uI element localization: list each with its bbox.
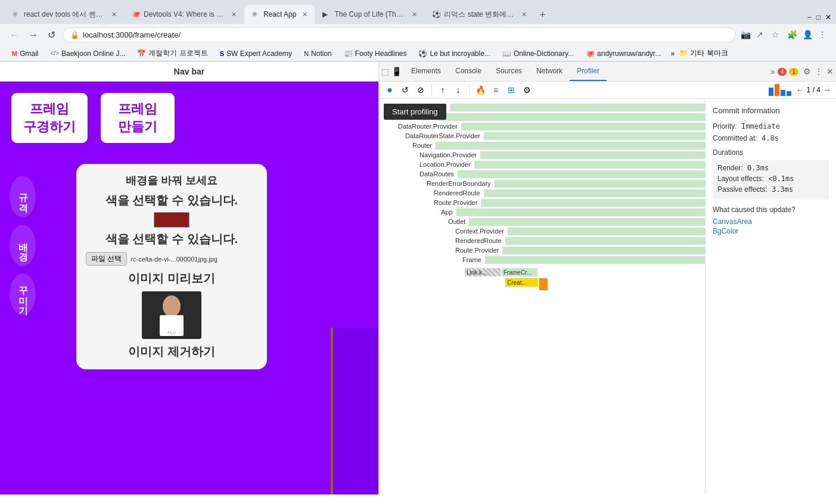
- framecr-bar[interactable]: FrameCr...: [502, 268, 537, 276]
- cause-bgcolor[interactable]: BgColor: [713, 227, 829, 235]
- tree-row-6: Location.Provider: [384, 160, 705, 169]
- devtools: ⬚ 📱 Elements Console Sources Network Pro…: [378, 62, 836, 494]
- close-window-button[interactable]: ✕: [825, 13, 831, 21]
- color-swatch[interactable]: [154, 212, 189, 228]
- bookmark-gmail[interactable]: M Gmail: [7, 48, 43, 59]
- export-button[interactable]: ↓: [452, 84, 464, 96]
- settings-panel: 배경을 바꿔 보세요 색을 선택할 수 있습니다. 색을 선택할 수 있습니다.…: [76, 164, 267, 369]
- tab-elements[interactable]: Elements: [404, 62, 448, 81]
- cast-icon[interactable]: 📷: [741, 30, 751, 41]
- tab-2[interactable]: 🐙 Devtools V4: Where is Highlic ✕: [125, 5, 244, 24]
- more-tabs-icon[interactable]: »: [770, 67, 775, 76]
- commit-panel: Commit information Priority: Immediate C…: [705, 99, 836, 494]
- file-select-button[interactable]: 파일 선택: [86, 252, 127, 266]
- maximize-button[interactable]: □: [816, 13, 821, 21]
- flame-bar-11[interactable]: [456, 209, 705, 216]
- tab-console[interactable]: Console: [448, 62, 489, 81]
- side-label-gyugyeok: 규격: [10, 176, 36, 217]
- import-button[interactable]: ↑: [437, 84, 449, 96]
- footy-favicon: 📰: [344, 49, 353, 58]
- flame-bar-12[interactable]: [469, 218, 705, 226]
- warn-badge: 1: [789, 68, 798, 76]
- refresh-button[interactable]: ↺: [45, 28, 58, 42]
- flame-bar-2[interactable]: [461, 123, 705, 130]
- timeline-button[interactable]: ⊞: [505, 84, 517, 96]
- tab-close-1[interactable]: ✕: [111, 11, 117, 18]
- tab-favicon-1: ⚛: [12, 10, 20, 18]
- bookmark-icon[interactable]: ☆: [772, 30, 782, 41]
- tab-profiler[interactable]: Profiler: [570, 62, 607, 81]
- flame-bar-8[interactable]: [495, 180, 705, 188]
- clear-profiling-button[interactable]: ⊘: [415, 84, 427, 96]
- flame-bar-6[interactable]: [474, 161, 705, 169]
- more-options-icon[interactable]: ⋮: [815, 67, 823, 76]
- share-icon[interactable]: ↗: [756, 30, 767, 41]
- flame-bar-16[interactable]: [485, 256, 705, 264]
- ranked-button[interactable]: ≡: [490, 84, 502, 96]
- record-button[interactable]: ●: [384, 84, 396, 96]
- tab-network[interactable]: Network: [529, 62, 570, 81]
- start-profiling-button[interactable]: Start profiling: [384, 104, 446, 120]
- bookmarks-bar: M Gmail </> Baekjoon Online J... 📅 계절학기 …: [0, 46, 836, 61]
- flame-bar-15[interactable]: [502, 247, 705, 254]
- flame-bar-5[interactable]: [480, 151, 705, 159]
- flame-bar-9[interactable]: [484, 189, 705, 197]
- tab-1[interactable]: ⚛ react dev tools 에서 렌더링 ✕: [5, 5, 124, 24]
- new-tab-button[interactable]: +: [534, 7, 551, 24]
- profiler-settings-button[interactable]: ⚙: [521, 84, 533, 96]
- flame-bar-1[interactable]: [439, 113, 705, 121]
- bookmark-github[interactable]: 🐙 andyruwruw/andyr...: [581, 48, 666, 59]
- reload-profile-button[interactable]: ↺: [399, 84, 411, 96]
- creat-bar[interactable]: Creat...: [505, 278, 538, 287]
- app-navbar: Nav bar: [0, 62, 378, 82]
- back-button[interactable]: ←: [7, 29, 21, 42]
- remove-image-button[interactable]: 이미지 제거하기: [86, 344, 257, 360]
- tab-close-2[interactable]: ✕: [231, 11, 237, 18]
- tab-4[interactable]: ▶ The Cup of Life (The Official... ✕: [315, 5, 424, 24]
- inspect-icon[interactable]: ⬚: [381, 67, 389, 76]
- close-devtools-icon[interactable]: ✕: [826, 67, 834, 76]
- tab-3[interactable]: ⚛ React App ✕: [244, 5, 315, 24]
- flame-bar-10[interactable]: [481, 199, 705, 207]
- flame-bar-14[interactable]: [505, 237, 705, 245]
- tab-close-3[interactable]: ✕: [302, 11, 307, 18]
- tab-close-5[interactable]: ✕: [521, 11, 527, 18]
- cause-canvas-area[interactable]: CanvasArea: [713, 217, 829, 226]
- settings-icon[interactable]: ⚙: [803, 67, 811, 76]
- flame-bar-7[interactable]: [458, 170, 705, 178]
- flamegraph-button[interactable]: 🔥: [474, 84, 486, 96]
- minimize-button[interactable]: −: [807, 13, 812, 21]
- bookmark-footy-label: Footy Headlines: [355, 49, 407, 58]
- flame-bar-13[interactable]: [508, 228, 705, 235]
- bookmark-notion[interactable]: N Notion: [299, 48, 337, 59]
- bookmarks-folder[interactable]: 📁 기타 북마크: [679, 48, 728, 58]
- prev-commit-button[interactable]: ←: [796, 85, 804, 95]
- bookmark-footy[interactable]: 📰 Footy Headlines: [339, 48, 412, 59]
- address-bar[interactable]: 🔒 localhost:3000/frame/create/: [63, 27, 736, 42]
- orange-bar[interactable]: [539, 278, 548, 290]
- bookmark-sw[interactable]: S SW Expert Academy: [215, 48, 297, 59]
- linkk-bar[interactable]: Link k...: [465, 268, 501, 276]
- address-text[interactable]: localhost:3000/frame/create/: [83, 30, 728, 39]
- profile-icon[interactable]: 👤: [803, 30, 813, 41]
- next-commit-button[interactable]: →: [823, 85, 831, 95]
- tab-close-4[interactable]: ✕: [412, 11, 417, 18]
- bookmark-baekjoon[interactable]: </> Baekjoon Online J...: [46, 48, 130, 59]
- bookmark-lebut[interactable]: ⚽ Le but incroyable...: [414, 48, 495, 59]
- tab-5[interactable]: ⚽ 리덕스 state 변화에 따른 종... ✕: [425, 5, 534, 24]
- flame-bar-0[interactable]: [450, 104, 705, 111]
- menu-icon[interactable]: ⋮: [818, 30, 829, 41]
- lebut-favicon: ⚽: [418, 49, 427, 58]
- extension-icon[interactable]: 🧩: [787, 30, 798, 41]
- bookmarks-more[interactable]: »: [670, 49, 675, 58]
- tab-sources[interactable]: Sources: [489, 62, 529, 81]
- device-icon[interactable]: 📱: [391, 67, 402, 76]
- commit-chart[interactable]: [769, 84, 791, 96]
- bookmark-calendar[interactable]: 📅 계절학기 프로젝트: [132, 47, 212, 60]
- flame-bar-4[interactable]: [436, 142, 705, 150]
- flame-bar-3[interactable]: [484, 132, 705, 140]
- frame-view-button[interactable]: 프레임 구경하기: [10, 91, 89, 145]
- frame-create-button[interactable]: 프레임 만들기: [99, 91, 176, 145]
- forward-button[interactable]: →: [26, 29, 41, 42]
- bookmark-dictionary[interactable]: 📖 Online-Dictionary...: [498, 48, 579, 59]
